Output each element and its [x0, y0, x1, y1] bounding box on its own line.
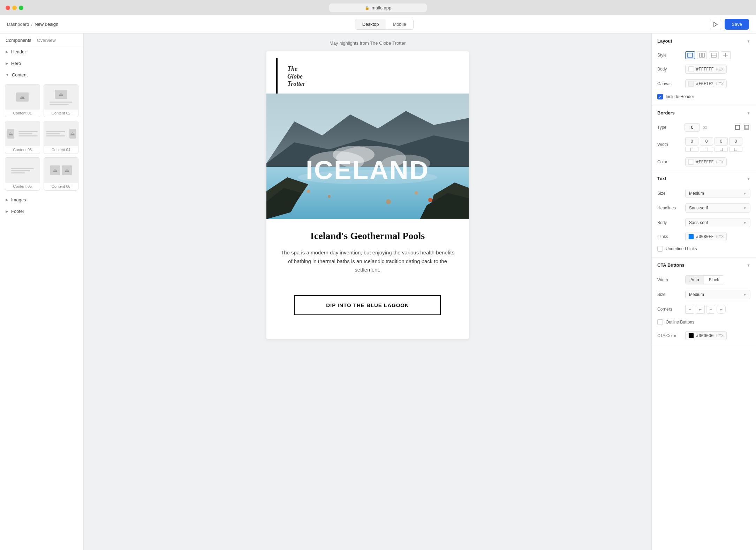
svg-point-15 [415, 191, 418, 195]
close-button[interactable] [6, 6, 10, 10]
maximize-button[interactable] [19, 6, 23, 10]
corner-medium[interactable]: ⌐ [706, 305, 715, 314]
cta-size-dropdown[interactable]: Medium ▼ [685, 290, 750, 299]
breadcrumb-parent[interactable]: Dashboard [7, 22, 29, 27]
corner-round[interactable]: ⌐ [717, 305, 726, 314]
border-width-input-4[interactable] [729, 137, 742, 146]
sidebar-item-label: Hero [11, 61, 21, 66]
chevron-down-icon: ▼ [747, 177, 750, 181]
style-row: Style [652, 49, 756, 62]
hero-image: ICELAND [266, 94, 469, 219]
border-style-inner[interactable] [743, 124, 750, 131]
underlined-links-checkbox[interactable] [657, 246, 663, 252]
style-option-2[interactable] [697, 51, 707, 59]
save-button[interactable]: Save [725, 19, 749, 30]
cta-size-row: Size Medium ▼ [652, 287, 756, 302]
border-value-input[interactable] [685, 123, 700, 132]
corners-options: ⌐ ⌐ ⌐ ⌐ [685, 305, 726, 314]
width-block-button[interactable]: Block [704, 276, 724, 284]
cta-width-row: Width Auto Block [652, 273, 756, 287]
layout-section-content: Style [652, 49, 756, 105]
corner-icon-1 [685, 147, 698, 152]
card-label-04: Content 04 [44, 146, 78, 154]
style-option-1[interactable] [685, 51, 695, 59]
content-card-01[interactable]: ⛰ Content 01 [5, 84, 40, 117]
corner-left-icon [734, 148, 738, 151]
body-label: Body [657, 220, 682, 225]
border-width-input-3[interactable] [715, 137, 728, 146]
body-color-hex: #FFFFFF [696, 67, 714, 72]
content-card-03[interactable]: ⛰ Content 03 [5, 121, 40, 154]
borders-section-content: Type px Width [652, 120, 756, 171]
email-logo: The Globe Trotter [287, 65, 305, 88]
card-line [18, 131, 38, 132]
layout-section: Layout ▼ Style [652, 34, 756, 105]
chevron-down-icon: ▼ [6, 73, 9, 77]
cta-section-header[interactable]: CTA Buttons ▼ [652, 258, 756, 273]
cta-color-input[interactable]: #000000 HEX [685, 331, 727, 340]
breadcrumb-current: New design [35, 22, 58, 27]
canvas-color-input[interactable]: #F0F1F2 HEX [685, 79, 727, 88]
chevron-right-icon: ▶ [6, 61, 8, 65]
text-size-dropdown[interactable]: Medium ▼ [685, 189, 750, 198]
lock-icon: 🔒 [365, 6, 370, 10]
card-preview-06: ⛰ ⛰ [44, 158, 78, 183]
tab-components[interactable]: Components [6, 38, 31, 43]
border-color-input[interactable]: #FFFFFF HEX [685, 157, 727, 166]
mobile-view-button[interactable]: Mobile [386, 19, 413, 29]
content-card-05[interactable]: Content 05 [5, 157, 40, 191]
desktop-view-button[interactable]: Desktop [355, 19, 386, 29]
svg-text:ICELAND: ICELAND [306, 155, 429, 185]
email-paragraph: The spa is a modern day invention, but e… [280, 248, 455, 274]
border-color-hex: #FFFFFF [696, 159, 714, 164]
border-type-row: Type px [652, 120, 756, 134]
svg-rect-26 [735, 125, 740, 129]
svg-point-13 [307, 189, 310, 193]
content-card-06[interactable]: ⛰ ⛰ Content 06 [44, 157, 79, 191]
canvas-label: Canvas [657, 81, 682, 86]
border-width-input-1[interactable] [685, 137, 698, 146]
svg-point-17 [386, 199, 391, 204]
borders-section-header[interactable]: Borders ▼ [652, 105, 756, 120]
border-style-solid[interactable] [734, 124, 741, 131]
email-hero: ICELAND [266, 94, 469, 219]
svg-rect-20 [700, 53, 702, 57]
sidebar-item-header[interactable]: ▶ Header [0, 46, 83, 58]
svg-rect-21 [702, 53, 704, 57]
links-color-input[interactable]: #0080FF HEX [685, 232, 727, 241]
content-card-02[interactable]: ⛰ Content 02 [44, 84, 79, 117]
card-line [11, 168, 34, 169]
image-placeholder-icon: ⛰ [55, 90, 67, 99]
sidebar-item-hero[interactable]: ▶ Hero [0, 58, 83, 69]
image-placeholder-icon: ⛰ [7, 129, 14, 139]
canvas-color-row: Canvas #F0F1F2 HEX [652, 76, 756, 91]
body-color-input[interactable]: #FFFFFF HEX [685, 65, 727, 74]
include-header-checkbox[interactable]: ✓ [657, 94, 663, 99]
chevron-down-icon: ▼ [743, 206, 747, 210]
sidebar-item-footer[interactable]: ▶ Footer [0, 206, 83, 217]
tab-overview[interactable]: Overview [37, 38, 56, 43]
svg-point-16 [428, 198, 432, 202]
style-option-3[interactable] [709, 51, 719, 59]
minimize-button[interactable] [12, 6, 17, 10]
sidebar-item-content[interactable]: ▼ Content [0, 69, 83, 81]
url-bar[interactable]: 🔒 mailo.app [329, 3, 427, 12]
sidebar-item-images[interactable]: ▶ Images [0, 194, 83, 206]
width-auto-button[interactable]: Auto [686, 276, 704, 284]
border-width-input-2[interactable] [700, 137, 713, 146]
body-dropdown[interactable]: Sans-serif ▼ [685, 218, 750, 227]
sidebar-item-label: Content [12, 72, 28, 77]
style-option-4[interactable] [721, 51, 731, 59]
layout-section-header[interactable]: Layout ▼ [652, 34, 756, 49]
corner-slight[interactable]: ⌐ [696, 305, 705, 314]
body-value: Sans-serif [689, 220, 742, 225]
headlines-dropdown[interactable]: Sans-serif ▼ [685, 203, 750, 213]
style-options [685, 51, 731, 59]
corner-square[interactable]: ⌐ [685, 305, 694, 314]
text-section-header[interactable]: Text ▼ [652, 171, 756, 186]
cta-button[interactable]: DIP INTO THE BLUE LAGOON [294, 295, 441, 315]
content-card-04[interactable]: ⛰ Content 04 [44, 121, 79, 154]
border-unit: px [703, 125, 707, 130]
outline-buttons-checkbox[interactable] [657, 319, 663, 325]
preview-button[interactable] [710, 19, 721, 30]
